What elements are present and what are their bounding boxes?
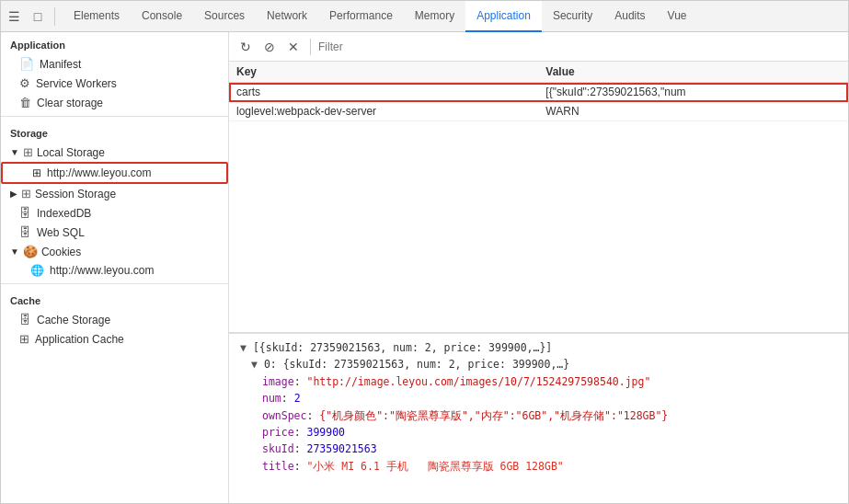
sidebar-clear-storage-label: Clear storage bbox=[37, 97, 103, 109]
local-storage-url-label: http://www.leyou.com bbox=[47, 166, 151, 179]
local-storage-arrow: ▼ bbox=[10, 147, 19, 157]
tab-performance[interactable]: Performance bbox=[318, 1, 404, 32]
manifest-icon: 📄 bbox=[19, 57, 34, 71]
table-cell-key[interactable]: loglevel:webpack-dev-server bbox=[229, 102, 538, 121]
sidebar-item-leyou-local[interactable]: ⊞ http://www.leyou.com bbox=[1, 162, 228, 184]
indexed-db-icon: 🗄 bbox=[19, 206, 31, 220]
table-row[interactable]: carts[{"skuId":27359021563,"num bbox=[229, 83, 848, 102]
storage-table: Key Value carts[{"skuId":27359021563,"nu… bbox=[229, 62, 848, 121]
tab-sources[interactable]: Sources bbox=[193, 1, 256, 32]
session-storage-label: Session Storage bbox=[35, 188, 116, 200]
table-row[interactable]: loglevel:webpack-dev-serverWARN bbox=[229, 102, 848, 121]
cookies-icon: 🍪 bbox=[23, 245, 38, 258]
web-sql-label: Web SQL bbox=[37, 226, 85, 239]
sidebar-item-cache-storage[interactable]: 🗄 Cache Storage bbox=[1, 310, 228, 329]
section-application: Application bbox=[1, 32, 228, 54]
toolbar-icons: ☰ □ bbox=[5, 7, 55, 26]
table-area: Key Value carts[{"skuId":27359021563,"nu… bbox=[229, 62, 848, 333]
table-cell-value: WARN bbox=[538, 102, 848, 121]
tab-audits[interactable]: Audits bbox=[603, 1, 656, 32]
service-workers-icon: ⚙ bbox=[19, 76, 30, 90]
app-cache-label: Application Cache bbox=[35, 333, 124, 346]
detail-line: ownSpec: {"机身颜色":"陶瓷黑尊享版","内存":"6GB","机身… bbox=[240, 407, 837, 424]
cookies-arrow: ▼ bbox=[10, 246, 19, 257]
cookies-url-icon: 🌐 bbox=[30, 264, 44, 277]
table-cell-value: [{"skuId":27359021563,"num bbox=[538, 83, 848, 102]
sidebar-manifest-label: Manifest bbox=[40, 58, 81, 71]
tab-application[interactable]: Application bbox=[465, 1, 542, 32]
main-area: Application 📄 Manifest ⚙ Service Workers… bbox=[1, 32, 848, 503]
tab-elements[interactable]: Elements bbox=[63, 1, 131, 32]
cache-storage-label: Cache Storage bbox=[37, 314, 110, 326]
right-pane: ↻ ⊘ ✕ Key Value carts[{"skuId":2735902 bbox=[229, 32, 848, 503]
section-storage: Storage bbox=[1, 120, 228, 143]
section-cache: Cache bbox=[1, 288, 228, 310]
sidebar-item-app-cache[interactable]: ⊞ Application Cache bbox=[1, 329, 228, 349]
sidebar-item-service-workers[interactable]: ⚙ Service Workers bbox=[1, 74, 228, 93]
local-storage-label: Local Storage bbox=[37, 146, 105, 159]
indexed-db-label: IndexedDB bbox=[37, 207, 91, 220]
divider-1 bbox=[1, 116, 228, 117]
filter-input[interactable] bbox=[318, 40, 841, 53]
device-icon[interactable]: □ bbox=[29, 7, 47, 26]
detail-line: skuId: 27359021563 bbox=[240, 441, 837, 457]
refresh-button[interactable]: ↻ bbox=[236, 38, 255, 56]
divider-2 bbox=[1, 283, 228, 284]
inspect-icon[interactable]: ☰ bbox=[5, 7, 23, 26]
sidebar-group-cookies[interactable]: ▼ 🍪 Cookies bbox=[1, 242, 228, 261]
sidebar-service-workers-label: Service Workers bbox=[36, 77, 117, 90]
sidebar-group-local-storage[interactable]: ▼ ⊞ Local Storage bbox=[1, 143, 228, 162]
tab-network[interactable]: Network bbox=[256, 1, 318, 32]
detail-panel: ▼ [{skuId: 27359021563, num: 2, price: 3… bbox=[229, 333, 848, 503]
cookies-label: Cookies bbox=[41, 246, 81, 258]
sidebar-item-indexed-db[interactable]: 🗄 IndexedDB bbox=[1, 203, 228, 223]
local-storage-url-icon: ⊞ bbox=[32, 166, 41, 179]
tab-security[interactable]: Security bbox=[542, 1, 603, 32]
detail-line: ▼ 0: {skuId: 27359021563, num: 2, price:… bbox=[240, 356, 837, 372]
top-tab-bar: ☰ □ Elements Console Sources Network Per… bbox=[1, 1, 848, 32]
toolbar-separator bbox=[310, 39, 311, 55]
detail-line: num: 2 bbox=[240, 390, 837, 407]
web-sql-icon: 🗄 bbox=[19, 225, 31, 239]
clear-storage-icon: 🗑 bbox=[19, 96, 31, 109]
session-storage-icon: ⊞ bbox=[21, 187, 31, 200]
detail-line: title: "小米 MI 6.1 手机 陶瓷黑尊享版 6GB 128GB" bbox=[240, 458, 837, 475]
sidebar-item-web-sql[interactable]: 🗄 Web SQL bbox=[1, 223, 228, 242]
col-value: Value bbox=[538, 62, 848, 83]
tab-console[interactable]: Console bbox=[131, 1, 193, 32]
cancel-button[interactable]: ⊘ bbox=[260, 38, 279, 56]
table-cell-key[interactable]: carts bbox=[229, 83, 538, 102]
cache-storage-icon: 🗄 bbox=[19, 313, 31, 326]
delete-button[interactable]: ✕ bbox=[284, 38, 303, 56]
app-cache-icon: ⊞ bbox=[19, 332, 29, 346]
col-key: Key bbox=[229, 62, 538, 83]
session-storage-arrow: ▶ bbox=[10, 189, 17, 199]
sidebar-item-clear-storage[interactable]: 🗑 Clear storage bbox=[1, 93, 228, 112]
detail-line: ▼ [{skuId: 27359021563, num: 2, price: 3… bbox=[240, 339, 837, 356]
toolbar: ↻ ⊘ ✕ bbox=[229, 32, 848, 62]
devtools-window: ☰ □ Elements Console Sources Network Per… bbox=[0, 0, 849, 504]
local-storage-icon: ⊞ bbox=[23, 145, 33, 159]
sidebar-item-manifest[interactable]: 📄 Manifest bbox=[1, 54, 228, 74]
sidebar: Application 📄 Manifest ⚙ Service Workers… bbox=[1, 32, 229, 503]
tab-vue[interactable]: Vue bbox=[657, 1, 698, 32]
cookies-url-label: http://www.leyou.com bbox=[50, 264, 154, 277]
detail-line: image: "http://image.leyou.com/images/10… bbox=[240, 373, 837, 390]
detail-line: price: 399900 bbox=[240, 424, 837, 441]
sidebar-item-leyou-cookies[interactable]: 🌐 http://www.leyou.com bbox=[1, 261, 228, 280]
tab-memory[interactable]: Memory bbox=[404, 1, 465, 32]
sidebar-group-session-storage[interactable]: ▶ ⊞ Session Storage bbox=[1, 184, 228, 203]
